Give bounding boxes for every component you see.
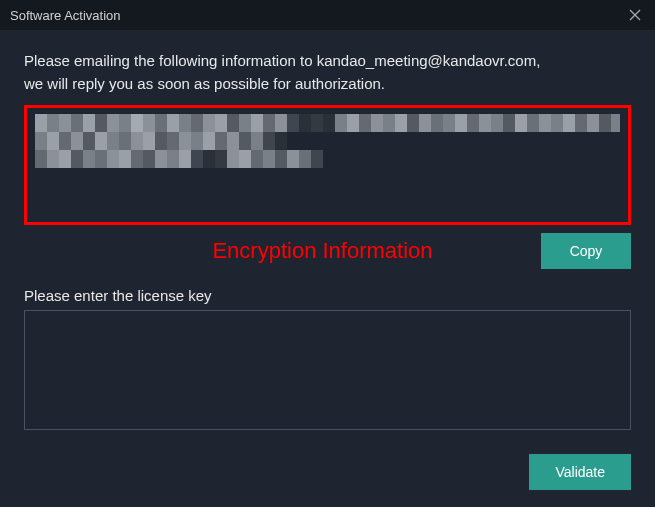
svg-rect-81 (131, 150, 143, 168)
svg-rect-60 (131, 132, 143, 150)
window-title: Software Activation (10, 8, 121, 23)
svg-rect-41 (503, 114, 515, 132)
svg-rect-83 (155, 150, 167, 168)
svg-rect-32 (395, 114, 407, 132)
titlebar: Software Activation (0, 0, 655, 30)
svg-rect-21 (263, 114, 275, 132)
svg-rect-56 (83, 132, 95, 150)
svg-rect-88 (215, 150, 227, 168)
svg-rect-16 (203, 114, 215, 132)
svg-rect-22 (275, 114, 287, 132)
svg-rect-91 (251, 150, 263, 168)
svg-rect-84 (167, 150, 179, 168)
svg-rect-79 (107, 150, 119, 168)
svg-rect-5 (71, 114, 83, 132)
svg-rect-46 (563, 114, 575, 132)
svg-rect-57 (95, 132, 107, 150)
svg-rect-92 (263, 150, 275, 168)
svg-rect-93 (275, 150, 287, 168)
svg-rect-85 (179, 150, 191, 168)
svg-rect-77 (83, 150, 95, 168)
svg-rect-25 (311, 114, 323, 132)
svg-rect-75 (59, 150, 71, 168)
svg-rect-67 (215, 132, 227, 150)
svg-rect-71 (263, 132, 275, 150)
svg-rect-29 (359, 114, 371, 132)
svg-rect-40 (491, 114, 503, 132)
svg-rect-61 (143, 132, 155, 150)
svg-rect-48 (587, 114, 599, 132)
svg-rect-89 (227, 150, 239, 168)
svg-rect-45 (551, 114, 563, 132)
svg-rect-31 (383, 114, 395, 132)
svg-rect-66 (203, 132, 215, 150)
svg-rect-23 (287, 114, 299, 132)
close-icon[interactable] (625, 5, 645, 25)
annotation-row: Encryption Information Copy (24, 233, 631, 269)
svg-rect-64 (179, 132, 191, 150)
encryption-annotation-label: Encryption Information (24, 238, 541, 264)
svg-rect-3 (47, 114, 59, 132)
svg-rect-50 (611, 114, 620, 132)
svg-rect-17 (215, 114, 227, 132)
encryption-data-obscured (35, 114, 620, 174)
svg-rect-54 (59, 132, 71, 150)
svg-rect-82 (143, 150, 155, 168)
svg-rect-10 (131, 114, 143, 132)
validate-row: Validate (24, 454, 631, 490)
svg-rect-72 (275, 132, 287, 150)
svg-rect-69 (239, 132, 251, 150)
svg-rect-35 (431, 114, 443, 132)
svg-rect-63 (167, 132, 179, 150)
svg-rect-49 (599, 114, 611, 132)
svg-rect-12 (155, 114, 167, 132)
svg-rect-55 (71, 132, 83, 150)
license-key-input[interactable] (24, 310, 631, 430)
svg-rect-80 (119, 150, 131, 168)
svg-rect-86 (191, 150, 203, 168)
svg-rect-52 (35, 132, 47, 150)
svg-rect-15 (191, 114, 203, 132)
svg-rect-7 (95, 114, 107, 132)
svg-rect-27 (335, 114, 347, 132)
instruction-text: Please emailing the following informatio… (24, 50, 631, 95)
svg-rect-87 (203, 150, 215, 168)
svg-rect-68 (227, 132, 239, 150)
instruction-line1: Please emailing the following informatio… (24, 50, 631, 73)
svg-rect-14 (179, 114, 191, 132)
svg-rect-33 (407, 114, 419, 132)
svg-rect-2 (35, 114, 47, 132)
svg-rect-96 (311, 150, 323, 168)
copy-button[interactable]: Copy (541, 233, 631, 269)
svg-rect-59 (119, 132, 131, 150)
svg-rect-90 (239, 150, 251, 168)
svg-rect-8 (107, 114, 119, 132)
svg-rect-9 (119, 114, 131, 132)
svg-rect-76 (71, 150, 83, 168)
svg-rect-47 (575, 114, 587, 132)
svg-rect-58 (107, 132, 119, 150)
license-key-label: Please enter the license key (24, 287, 631, 304)
svg-rect-53 (47, 132, 59, 150)
svg-rect-95 (299, 150, 311, 168)
svg-rect-38 (467, 114, 479, 132)
svg-rect-73 (35, 150, 47, 168)
svg-rect-43 (527, 114, 539, 132)
svg-rect-62 (155, 132, 167, 150)
svg-rect-26 (323, 114, 335, 132)
svg-rect-44 (539, 114, 551, 132)
svg-rect-20 (251, 114, 263, 132)
validate-button[interactable]: Validate (529, 454, 631, 490)
svg-rect-4 (59, 114, 71, 132)
svg-rect-94 (287, 150, 299, 168)
dialog-content: Please emailing the following informatio… (0, 30, 655, 507)
svg-rect-39 (479, 114, 491, 132)
svg-rect-42 (515, 114, 527, 132)
encryption-info-box (24, 105, 631, 225)
svg-rect-74 (47, 150, 59, 168)
svg-rect-13 (167, 114, 179, 132)
svg-rect-34 (419, 114, 431, 132)
svg-rect-37 (455, 114, 467, 132)
svg-rect-11 (143, 114, 155, 132)
instruction-line2: we will reply you as soon as possible fo… (24, 73, 631, 96)
